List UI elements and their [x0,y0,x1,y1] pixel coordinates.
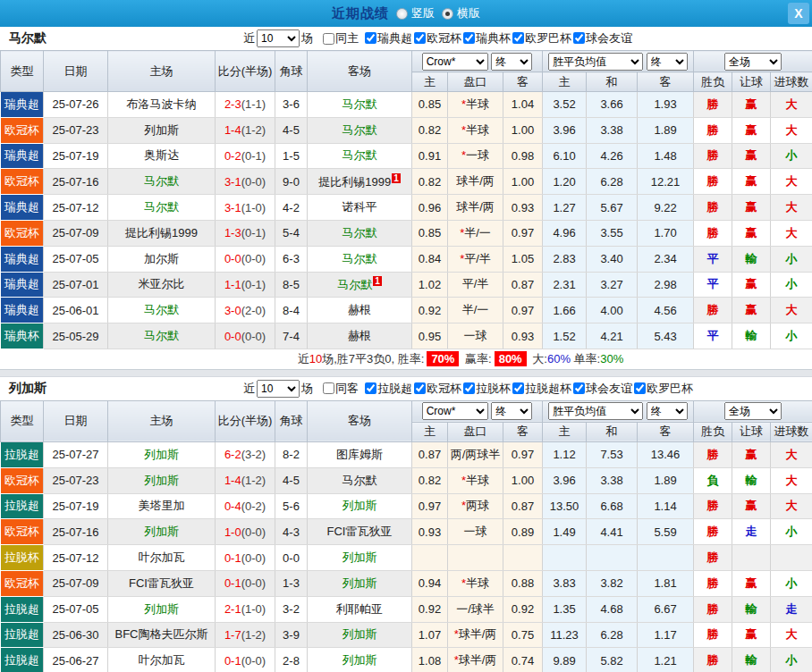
league-filter-checkbox[interactable]: 球会友谊 [572,381,632,397]
ah-home-odds: 0.82 [412,169,448,195]
odds-away: 5.59 [638,519,694,545]
home-team: 马尔默 [108,298,216,323]
checkbox[interactable] [323,382,334,394]
col-header-odds-home: 主 [543,422,587,441]
result-handicap: 輸 [732,596,771,622]
ah-away-odds: 1.04 [503,92,543,118]
odds-home: 4.96 [543,220,587,246]
home-team: 美塔里加 [108,493,216,519]
checkbox[interactable] [463,382,475,394]
odds-time-select[interactable]: 终 [491,53,532,71]
result-wdl: 勝 [694,441,732,467]
match-row: 瑞典杯25-05-29马尔默0-0(0-0)7-4赫根0.95一球0.931.5… [1,323,812,349]
score: 2-1(1-0) [216,596,275,622]
bookmaker-select[interactable]: Crow* [422,402,488,420]
odds-home [543,545,587,571]
close-button[interactable]: X [788,3,809,24]
league-filter-label: 欧罗巴杯 [525,30,571,46]
corners: 0-0 [275,545,308,571]
summary-text: 赢率: [461,351,491,367]
score: 1-3(0-1) [216,220,275,246]
checkbox[interactable] [573,32,585,44]
checkbox[interactable] [365,32,376,44]
checkbox[interactable] [323,33,334,45]
league-filter-checkbox[interactable]: 欧罗巴杯 [633,381,693,397]
match-row: 瑞典超25-06-01马尔默3-0(2-0)8-4赫根0.92半/一0.971.… [1,298,812,323]
odds-time-select[interactable]: 终 [491,402,532,420]
home-team: 米亚尔比 [108,272,216,298]
wdl-time-select[interactable]: 终 [647,53,688,71]
league-filter-label: 拉脱杯 [476,381,511,397]
col-header-ah-line: 盘口 [448,422,503,441]
wdl-avg-select[interactable]: 胜平负均值 [548,53,643,71]
odds-draw: 3.27 [587,272,638,298]
home-team: 列加斯 [108,441,216,467]
league-filter-checkbox[interactable]: 拉脱超杯 [512,381,571,397]
vertical-layout-radio[interactable]: 竖版 [396,5,435,21]
team2-name: 列加斯 [0,381,243,397]
odds-draw: 4.41 [587,519,638,545]
ah-line: *球半/两 [448,622,503,648]
league-filter-checkbox[interactable]: 欧冠杯 [413,381,461,397]
league-filter-checkbox[interactable]: 瑞典超 [364,30,412,46]
odds-draw: 6.28 [587,622,638,648]
recent-count-select[interactable]: 10 [257,380,300,398]
result-goals: 小 [771,143,812,169]
checkbox[interactable] [634,382,646,394]
scope-select[interactable]: 全场 [724,53,782,71]
result-wdl: 勝 [694,298,732,323]
same-venue-checkbox[interactable]: 同客 [322,381,359,397]
corners: 7-4 [275,323,308,349]
score: 0-1(0-0) [216,570,275,596]
checkbox[interactable] [573,382,585,394]
checkbox[interactable] [512,32,524,44]
league-filter-checkbox[interactable]: 拉脱杯 [462,381,511,397]
league-filter-checkbox[interactable]: 球会友谊 [572,30,632,46]
league-filter-label: 欧冠杯 [427,30,461,46]
recent-count-select[interactable]: 10 [257,29,300,47]
league-badge: 瑞典超 [1,246,44,272]
result-goals: 大 [771,493,812,519]
odds-home: 1.12 [543,441,587,467]
col-header-odds-away: 客 [638,422,694,441]
result-wdl: 平 [694,272,732,298]
checkbox[interactable] [365,382,376,394]
ah-home-odds: 0.82 [412,467,448,493]
odds-draw: 3.55 [587,220,638,246]
ah-line: *半/一 [448,220,503,246]
wdl-avg-select[interactable]: 胜平负均值 [548,402,643,420]
ah-line: 半/一 [448,298,503,323]
league-filter-checkbox[interactable]: 欧罗巴杯 [512,30,571,46]
horizontal-layout-radio[interactable]: 横版 [442,5,480,21]
result-wdl: 勝 [694,622,732,648]
odds-away: 2.98 [638,272,694,298]
checkbox[interactable] [463,32,475,44]
bookmaker-select[interactable]: Crow* [422,53,488,71]
result-goals: 大 [771,298,812,323]
col-header-type: 类型 [1,51,44,92]
corners: 6-3 [275,246,308,272]
checkbox[interactable] [414,32,426,44]
same-venue-checkbox[interactable]: 同主 [322,30,359,46]
checkbox[interactable] [414,382,426,394]
odds-away: 5.43 [638,323,694,349]
league-badge: 瑞典超 [1,195,44,221]
wdl-time-select[interactable]: 终 [647,402,688,420]
result-goals [771,545,812,571]
ah-away-odds: 0.75 [503,622,543,648]
score: 0-2(0-1) [216,143,275,169]
scope-select[interactable]: 全场 [724,402,782,420]
ah-away-odds: 0.87 [503,272,543,298]
team1-name: 马尔默 [0,30,243,46]
league-filter-checkbox[interactable]: 拉脱超 [364,381,412,397]
ah-home-odds: 0.94 [412,570,448,596]
league-filter-checkbox[interactable]: 瑞典杯 [462,30,511,46]
result-wdl: 勝 [694,169,732,195]
games-label: 场 [301,381,313,397]
league-filter-checkbox[interactable]: 欧冠杯 [413,30,461,46]
score: 3-0(2-0) [216,298,275,323]
checkbox[interactable] [512,382,524,394]
ah-line: *半球 [448,117,503,143]
result-goals: 走 [771,596,812,622]
odds-draw: 6.28 [587,169,638,195]
